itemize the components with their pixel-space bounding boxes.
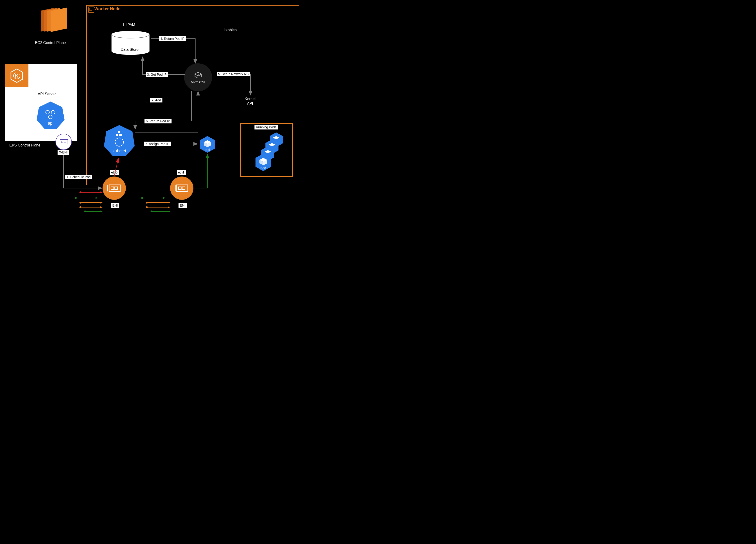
- step-5-label: 5. Setup Network NS: [217, 72, 250, 76]
- svg-point-45: [79, 202, 81, 204]
- eth1-label: eth1: [177, 170, 186, 175]
- svg-marker-48: [100, 206, 103, 208]
- step-2-label: 2. Add: [150, 98, 162, 103]
- xeni-label: X-ENI: [58, 150, 69, 155]
- svg-marker-46: [100, 202, 103, 204]
- svg-rect-37: [115, 187, 117, 190]
- eks-label: EKS Control Plane: [9, 143, 40, 148]
- svg-point-49: [84, 211, 86, 213]
- step-1-label: 1. Schedule Pod: [65, 175, 92, 179]
- svg-marker-52: [163, 197, 165, 199]
- data-store-label: Data Store: [121, 48, 138, 52]
- svg-marker-14: [195, 74, 198, 78]
- svg-rect-36: [111, 187, 114, 190]
- pod-icon: pod: [198, 135, 217, 154]
- svg-point-55: [146, 206, 148, 208]
- running-pod-4: pod: [254, 153, 273, 172]
- eni-label-1: ENI: [179, 203, 187, 208]
- svg-text:K: K: [15, 73, 19, 79]
- step-7-label: 7. Assign Pod IP: [144, 142, 171, 146]
- eni-eth0-icon: [103, 177, 126, 200]
- running-pods-label: Running Pods: [254, 125, 278, 130]
- svg-point-57: [151, 211, 152, 213]
- kubelet-icon: kubelet: [103, 124, 136, 158]
- svg-point-53: [146, 202, 148, 204]
- svg-point-41: [79, 192, 81, 193]
- svg-point-47: [79, 206, 81, 208]
- svg-marker-42: [100, 192, 103, 193]
- svg-point-11: [111, 31, 150, 38]
- svg-marker-50: [100, 211, 103, 213]
- svg-marker-44: [96, 197, 98, 199]
- eni-label-0: ENI: [111, 203, 119, 208]
- kernel-api-label-2: API: [247, 102, 253, 106]
- worker-node-label: Worker Node: [94, 7, 120, 11]
- svg-point-51: [141, 197, 143, 199]
- svg-rect-39: [179, 187, 181, 190]
- eni-eth1-icon: [170, 177, 193, 200]
- svg-rect-19: [118, 131, 120, 133]
- kernel-api-label-1: Kernel: [245, 97, 255, 101]
- svg-rect-17: [116, 134, 118, 136]
- eks-badge-icon: K: [5, 64, 28, 87]
- chip-icon: [88, 7, 94, 13]
- eth0-label: eth0: [110, 170, 119, 175]
- step-6-label: 6. Return Pod IP: [144, 119, 172, 124]
- svg-marker-56: [168, 206, 170, 208]
- step-4-label: 4. Return Pod IP: [159, 36, 186, 41]
- svg-rect-9: [64, 141, 66, 143]
- ec2-label: EC2 Control Plane: [35, 41, 66, 45]
- eks-control-plane-panel: K API Server api: [5, 64, 77, 141]
- vpc-cni-node: VPC CNI: [184, 63, 212, 91]
- svg-rect-18: [119, 134, 122, 136]
- svg-marker-58: [168, 211, 170, 213]
- svg-rect-7: [60, 140, 68, 144]
- api-text: api: [48, 121, 53, 126]
- svg-rect-40: [182, 187, 185, 190]
- vpc-cni-label: VPC CNI: [191, 80, 205, 84]
- iptables-label: iptables: [224, 28, 237, 32]
- data-store-cylinder-icon: [111, 30, 150, 56]
- kubelet-text: kubelet: [113, 149, 126, 153]
- svg-point-43: [75, 197, 77, 199]
- step-3-label: 3. Get Pod IP: [146, 72, 168, 77]
- pod-text: pod: [205, 148, 210, 152]
- vpc-cni-box-icon: [192, 71, 204, 79]
- eks-hex-icon: K: [10, 69, 24, 83]
- api-heptagon-icon: api: [35, 100, 66, 130]
- api-server-label: API Server: [38, 92, 56, 96]
- svg-text:pod: pod: [261, 166, 266, 170]
- svg-rect-8: [61, 141, 63, 143]
- lipam-label: L-IPAM: [123, 23, 135, 27]
- svg-marker-54: [168, 202, 170, 204]
- xeni-icon: [55, 134, 72, 150]
